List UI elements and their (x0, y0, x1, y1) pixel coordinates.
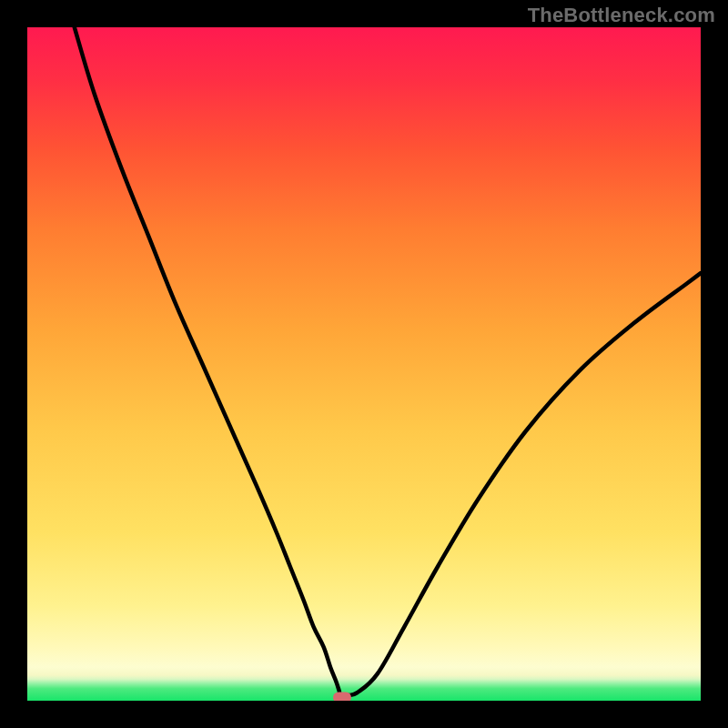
bottleneck-curve (75, 27, 701, 696)
minimum-marker (333, 692, 351, 701)
plot-area (27, 27, 701, 701)
curve-svg (27, 27, 701, 701)
chart-frame: TheBottleneck.com (0, 0, 728, 728)
watermark-text: TheBottleneck.com (528, 4, 715, 27)
